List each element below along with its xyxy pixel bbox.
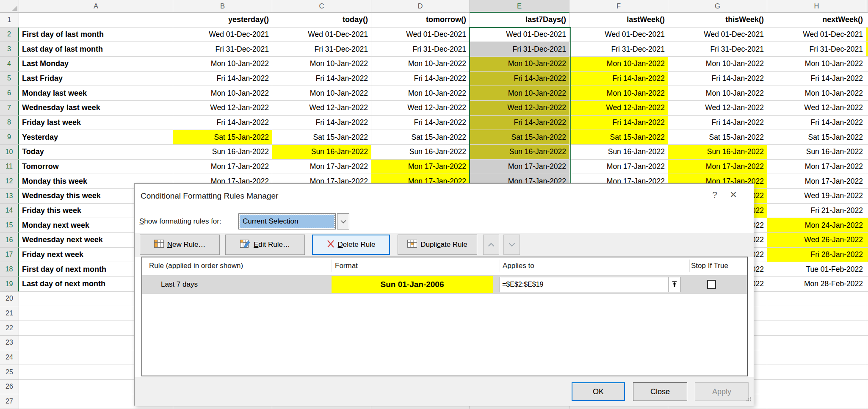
row-header-11[interactable]: 11 [0, 160, 19, 174]
cell-B8[interactable]: Fri 14-Jan-2022 [173, 116, 272, 130]
cell-D7[interactable]: Wed 12-Jan-2022 [371, 101, 470, 116]
cell-F7[interactable]: Wed 12-Jan-2022 [569, 101, 668, 116]
row-header-20[interactable]: 20 [0, 292, 19, 307]
help-icon[interactable]: ? [707, 187, 722, 202]
close-button[interactable]: Close [633, 382, 687, 401]
cell-H27[interactable] [767, 394, 866, 409]
row-header-19[interactable]: 19 [0, 277, 19, 292]
cell-F6[interactable]: Mon 10-Jan-2022 [569, 86, 668, 101]
cell-E6[interactable]: Mon 10-Jan-2022 [470, 86, 569, 101]
row-header-16[interactable]: 16 [0, 233, 19, 248]
cell-E4[interactable]: Mon 10-Jan-2022 [470, 57, 569, 72]
cell-C3[interactable]: Fri 31-Dec-2021 [272, 42, 371, 57]
row-header-17[interactable]: 17 [0, 248, 19, 263]
cell-H9[interactable]: Sat 15-Jan-2022 [767, 130, 866, 145]
cell-H8[interactable]: Fri 14-Jan-2022 [767, 116, 866, 130]
cell-C2[interactable]: Wed 01-Dec-2021 [272, 28, 371, 42]
row-header-24[interactable]: 24 [0, 350, 19, 365]
cell-H23[interactable] [767, 336, 866, 351]
cell-G3[interactable]: Fri 31-Dec-2021 [668, 42, 767, 57]
cell-F3[interactable]: Fri 31-Dec-2021 [569, 42, 668, 57]
ok-button[interactable]: OK [572, 382, 625, 401]
row-header-2[interactable]: 2 [0, 28, 19, 42]
row-header-1[interactable]: 1 [0, 13, 19, 28]
row-header-18[interactable]: 18 [0, 262, 19, 277]
cell-C10[interactable]: Sun 16-Jan-2022 [272, 145, 371, 160]
cell-F8[interactable]: Fri 14-Jan-2022 [569, 116, 668, 130]
edit-rule-button[interactable]: Edit Rule… [225, 235, 305, 255]
cell-E11[interactable]: Mon 17-Jan-2022 [470, 160, 569, 174]
row-header-6[interactable]: 6 [0, 86, 19, 101]
cell-H10[interactable]: Sun 16-Jan-2022 [767, 145, 866, 160]
cell-G7[interactable]: Wed 12-Jan-2022 [668, 101, 767, 116]
close-icon[interactable]: ✕ [726, 187, 741, 202]
column-header-C[interactable]: C [272, 0, 371, 13]
row-header-3[interactable]: 3 [0, 42, 19, 57]
cell-F1[interactable]: lastWeek() [569, 13, 668, 28]
row-header-10[interactable]: 10 [0, 145, 19, 160]
resize-grip-icon[interactable] [746, 396, 752, 403]
cell-H7[interactable]: Wed 12-Jan-2022 [767, 101, 866, 116]
cell-H24[interactable] [767, 350, 866, 365]
cell-A2[interactable]: First day of last month [19, 28, 173, 42]
cell-G1[interactable]: thisWeek() [668, 13, 767, 28]
cell-H6[interactable]: Mon 10-Jan-2022 [767, 86, 866, 101]
cell-B7[interactable]: Wed 12-Jan-2022 [173, 101, 272, 116]
cell-C7[interactable]: Wed 12-Jan-2022 [272, 101, 371, 116]
cell-H19[interactable]: Mon 28-Feb-2022 [767, 277, 866, 292]
row-header-5[interactable]: 5 [0, 72, 19, 86]
cell-H26[interactable] [767, 380, 866, 395]
cell-G11[interactable]: Mon 17-Jan-2022 [668, 160, 767, 174]
cell-B1[interactable]: yesterday() [173, 13, 272, 28]
cell-B3[interactable]: Fri 31-Dec-2021 [173, 42, 272, 57]
cell-C9[interactable]: Sat 15-Jan-2022 [272, 130, 371, 145]
column-header-E[interactable]: E [470, 0, 569, 13]
cell-F11[interactable]: Mon 17-Jan-2022 [569, 160, 668, 174]
cell-E1[interactable]: last7Days() [470, 13, 569, 28]
cell-H17[interactable]: Fri 28-Jan-2022 [767, 248, 866, 263]
new-rule-button[interactable]: New Rule… [140, 235, 220, 255]
cell-H21[interactable] [767, 306, 866, 321]
row-header-22[interactable]: 22 [0, 321, 19, 336]
duplicate-rule-button[interactable]: Duplicate Rule [398, 235, 477, 255]
cell-H1[interactable]: nextWeek() [767, 13, 866, 28]
column-header-F[interactable]: F [569, 0, 668, 13]
row-header-14[interactable]: 14 [0, 204, 19, 218]
apply-button[interactable]: Apply [695, 382, 749, 401]
cell-H16[interactable]: Wed 26-Jan-2022 [767, 233, 866, 248]
cell-B2[interactable]: Wed 01-Dec-2021 [173, 28, 272, 42]
cell-E9[interactable]: Sat 15-Jan-2022 [470, 130, 569, 145]
cell-A6[interactable]: Monday last week [19, 86, 173, 101]
show-rules-for-dropdown[interactable]: Current Selection [238, 213, 336, 229]
cell-C6[interactable]: Mon 10-Jan-2022 [272, 86, 371, 101]
cell-A7[interactable]: Wednesday last week [19, 101, 173, 116]
row-header-15[interactable]: 15 [0, 218, 19, 233]
row-header-12[interactable]: 12 [0, 174, 19, 189]
move-rule-up-button[interactable] [483, 235, 499, 255]
cell-G2[interactable]: Wed 01-Dec-2021 [668, 28, 767, 42]
cell-H11[interactable]: Mon 17-Jan-2022 [767, 160, 866, 174]
cell-F4[interactable]: Mon 10-Jan-2022 [569, 57, 668, 72]
cell-E8[interactable]: Fri 14-Jan-2022 [470, 116, 569, 130]
cell-E10[interactable]: Sun 16-Jan-2022 [470, 145, 569, 160]
cell-D2[interactable]: Wed 01-Dec-2021 [371, 28, 470, 42]
column-header-D[interactable]: D [371, 0, 470, 13]
cell-B10[interactable]: Sun 16-Jan-2022 [173, 145, 272, 160]
cell-D5[interactable]: Fri 14-Jan-2022 [371, 72, 470, 86]
stop-if-true-checkbox[interactable] [707, 280, 716, 289]
cell-D3[interactable]: Fri 31-Dec-2021 [371, 42, 470, 57]
cell-G6[interactable]: Mon 10-Jan-2022 [668, 86, 767, 101]
move-rule-down-button[interactable] [503, 235, 520, 255]
cell-H15[interactable]: Mon 24-Jan-2022 [767, 218, 866, 233]
column-header-B[interactable]: B [173, 0, 272, 13]
cell-H14[interactable]: Fri 21-Jan-2022 [767, 204, 866, 218]
row-header-9[interactable]: 9 [0, 130, 19, 145]
cell-C5[interactable]: Fri 14-Jan-2022 [272, 72, 371, 86]
row-header-8[interactable]: 8 [0, 116, 19, 130]
cell-D10[interactable]: Sun 16-Jan-2022 [371, 145, 470, 160]
collapse-dialog-range-button[interactable] [668, 277, 680, 292]
cell-G10[interactable]: Sun 16-Jan-2022 [668, 145, 767, 160]
cell-D8[interactable]: Fri 14-Jan-2022 [371, 116, 470, 130]
cell-B6[interactable]: Mon 10-Jan-2022 [173, 86, 272, 101]
row-header-27[interactable]: 27 [0, 394, 19, 409]
